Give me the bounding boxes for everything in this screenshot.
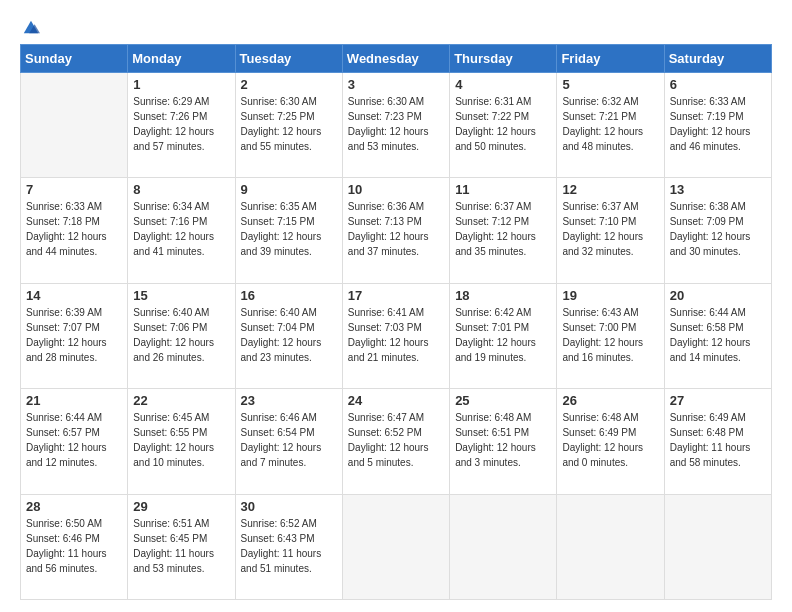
day-number: 14 bbox=[26, 288, 122, 303]
day-number: 16 bbox=[241, 288, 337, 303]
day-number: 9 bbox=[241, 182, 337, 197]
day-info: Sunrise: 6:38 AMSunset: 7:09 PMDaylight:… bbox=[670, 199, 766, 259]
header-thursday: Thursday bbox=[450, 45, 557, 73]
day-number: 3 bbox=[348, 77, 444, 92]
day-info: Sunrise: 6:30 AMSunset: 7:25 PMDaylight:… bbox=[241, 94, 337, 154]
calendar-cell: 29Sunrise: 6:51 AMSunset: 6:45 PMDayligh… bbox=[128, 494, 235, 599]
day-number: 30 bbox=[241, 499, 337, 514]
day-info: Sunrise: 6:33 AMSunset: 7:18 PMDaylight:… bbox=[26, 199, 122, 259]
day-info: Sunrise: 6:48 AMSunset: 6:49 PMDaylight:… bbox=[562, 410, 658, 470]
calendar-cell: 6Sunrise: 6:33 AMSunset: 7:19 PMDaylight… bbox=[664, 73, 771, 178]
calendar-cell: 25Sunrise: 6:48 AMSunset: 6:51 PMDayligh… bbox=[450, 389, 557, 494]
calendar-cell: 12Sunrise: 6:37 AMSunset: 7:10 PMDayligh… bbox=[557, 178, 664, 283]
day-info: Sunrise: 6:40 AMSunset: 7:06 PMDaylight:… bbox=[133, 305, 229, 365]
calendar-cell: 11Sunrise: 6:37 AMSunset: 7:12 PMDayligh… bbox=[450, 178, 557, 283]
day-info: Sunrise: 6:49 AMSunset: 6:48 PMDaylight:… bbox=[670, 410, 766, 470]
day-info: Sunrise: 6:41 AMSunset: 7:03 PMDaylight:… bbox=[348, 305, 444, 365]
calendar-cell: 9Sunrise: 6:35 AMSunset: 7:15 PMDaylight… bbox=[235, 178, 342, 283]
day-info: Sunrise: 6:31 AMSunset: 7:22 PMDaylight:… bbox=[455, 94, 551, 154]
calendar-cell: 8Sunrise: 6:34 AMSunset: 7:16 PMDaylight… bbox=[128, 178, 235, 283]
day-info: Sunrise: 6:51 AMSunset: 6:45 PMDaylight:… bbox=[133, 516, 229, 576]
calendar-cell: 5Sunrise: 6:32 AMSunset: 7:21 PMDaylight… bbox=[557, 73, 664, 178]
day-number: 26 bbox=[562, 393, 658, 408]
day-info: Sunrise: 6:37 AMSunset: 7:10 PMDaylight:… bbox=[562, 199, 658, 259]
calendar-cell: 22Sunrise: 6:45 AMSunset: 6:55 PMDayligh… bbox=[128, 389, 235, 494]
day-number: 4 bbox=[455, 77, 551, 92]
calendar-cell: 3Sunrise: 6:30 AMSunset: 7:23 PMDaylight… bbox=[342, 73, 449, 178]
calendar-cell: 21Sunrise: 6:44 AMSunset: 6:57 PMDayligh… bbox=[21, 389, 128, 494]
calendar-cell: 23Sunrise: 6:46 AMSunset: 6:54 PMDayligh… bbox=[235, 389, 342, 494]
calendar-cell: 16Sunrise: 6:40 AMSunset: 7:04 PMDayligh… bbox=[235, 283, 342, 388]
day-info: Sunrise: 6:32 AMSunset: 7:21 PMDaylight:… bbox=[562, 94, 658, 154]
day-number: 21 bbox=[26, 393, 122, 408]
day-info: Sunrise: 6:36 AMSunset: 7:13 PMDaylight:… bbox=[348, 199, 444, 259]
day-info: Sunrise: 6:45 AMSunset: 6:55 PMDaylight:… bbox=[133, 410, 229, 470]
day-number: 25 bbox=[455, 393, 551, 408]
day-info: Sunrise: 6:37 AMSunset: 7:12 PMDaylight:… bbox=[455, 199, 551, 259]
day-info: Sunrise: 6:39 AMSunset: 7:07 PMDaylight:… bbox=[26, 305, 122, 365]
day-info: Sunrise: 6:35 AMSunset: 7:15 PMDaylight:… bbox=[241, 199, 337, 259]
calendar-cell: 27Sunrise: 6:49 AMSunset: 6:48 PMDayligh… bbox=[664, 389, 771, 494]
day-info: Sunrise: 6:50 AMSunset: 6:46 PMDaylight:… bbox=[26, 516, 122, 576]
day-info: Sunrise: 6:33 AMSunset: 7:19 PMDaylight:… bbox=[670, 94, 766, 154]
calendar-cell: 18Sunrise: 6:42 AMSunset: 7:01 PMDayligh… bbox=[450, 283, 557, 388]
calendar-cell: 10Sunrise: 6:36 AMSunset: 7:13 PMDayligh… bbox=[342, 178, 449, 283]
day-number: 17 bbox=[348, 288, 444, 303]
day-number: 2 bbox=[241, 77, 337, 92]
day-number: 18 bbox=[455, 288, 551, 303]
day-number: 23 bbox=[241, 393, 337, 408]
calendar-table: SundayMondayTuesdayWednesdayThursdayFrid… bbox=[20, 44, 772, 600]
day-info: Sunrise: 6:47 AMSunset: 6:52 PMDaylight:… bbox=[348, 410, 444, 470]
day-info: Sunrise: 6:29 AMSunset: 7:26 PMDaylight:… bbox=[133, 94, 229, 154]
day-info: Sunrise: 6:48 AMSunset: 6:51 PMDaylight:… bbox=[455, 410, 551, 470]
calendar-week-3: 14Sunrise: 6:39 AMSunset: 7:07 PMDayligh… bbox=[21, 283, 772, 388]
day-number: 8 bbox=[133, 182, 229, 197]
day-number: 29 bbox=[133, 499, 229, 514]
day-number: 11 bbox=[455, 182, 551, 197]
day-number: 15 bbox=[133, 288, 229, 303]
calendar-cell bbox=[342, 494, 449, 599]
header-saturday: Saturday bbox=[664, 45, 771, 73]
calendar-cell bbox=[664, 494, 771, 599]
day-info: Sunrise: 6:43 AMSunset: 7:00 PMDaylight:… bbox=[562, 305, 658, 365]
header-monday: Monday bbox=[128, 45, 235, 73]
logo bbox=[20, 18, 40, 34]
header-tuesday: Tuesday bbox=[235, 45, 342, 73]
day-number: 1 bbox=[133, 77, 229, 92]
day-number: 6 bbox=[670, 77, 766, 92]
calendar-week-5: 28Sunrise: 6:50 AMSunset: 6:46 PMDayligh… bbox=[21, 494, 772, 599]
calendar-header-row: SundayMondayTuesdayWednesdayThursdayFrid… bbox=[21, 45, 772, 73]
day-info: Sunrise: 6:52 AMSunset: 6:43 PMDaylight:… bbox=[241, 516, 337, 576]
day-number: 24 bbox=[348, 393, 444, 408]
day-info: Sunrise: 6:44 AMSunset: 6:57 PMDaylight:… bbox=[26, 410, 122, 470]
day-info: Sunrise: 6:44 AMSunset: 6:58 PMDaylight:… bbox=[670, 305, 766, 365]
header-wednesday: Wednesday bbox=[342, 45, 449, 73]
calendar-cell: 20Sunrise: 6:44 AMSunset: 6:58 PMDayligh… bbox=[664, 283, 771, 388]
header-friday: Friday bbox=[557, 45, 664, 73]
calendar-cell: 2Sunrise: 6:30 AMSunset: 7:25 PMDaylight… bbox=[235, 73, 342, 178]
header-sunday: Sunday bbox=[21, 45, 128, 73]
calendar-cell: 19Sunrise: 6:43 AMSunset: 7:00 PMDayligh… bbox=[557, 283, 664, 388]
logo-icon bbox=[22, 18, 40, 36]
calendar-cell: 15Sunrise: 6:40 AMSunset: 7:06 PMDayligh… bbox=[128, 283, 235, 388]
day-info: Sunrise: 6:30 AMSunset: 7:23 PMDaylight:… bbox=[348, 94, 444, 154]
calendar-week-2: 7Sunrise: 6:33 AMSunset: 7:18 PMDaylight… bbox=[21, 178, 772, 283]
calendar-cell bbox=[21, 73, 128, 178]
calendar-cell: 17Sunrise: 6:41 AMSunset: 7:03 PMDayligh… bbox=[342, 283, 449, 388]
day-number: 28 bbox=[26, 499, 122, 514]
calendar-cell: 26Sunrise: 6:48 AMSunset: 6:49 PMDayligh… bbox=[557, 389, 664, 494]
calendar-cell: 30Sunrise: 6:52 AMSunset: 6:43 PMDayligh… bbox=[235, 494, 342, 599]
calendar-week-1: 1Sunrise: 6:29 AMSunset: 7:26 PMDaylight… bbox=[21, 73, 772, 178]
calendar-cell: 24Sunrise: 6:47 AMSunset: 6:52 PMDayligh… bbox=[342, 389, 449, 494]
day-number: 10 bbox=[348, 182, 444, 197]
calendar-week-4: 21Sunrise: 6:44 AMSunset: 6:57 PMDayligh… bbox=[21, 389, 772, 494]
calendar-cell: 1Sunrise: 6:29 AMSunset: 7:26 PMDaylight… bbox=[128, 73, 235, 178]
day-number: 20 bbox=[670, 288, 766, 303]
calendar-cell: 4Sunrise: 6:31 AMSunset: 7:22 PMDaylight… bbox=[450, 73, 557, 178]
day-info: Sunrise: 6:46 AMSunset: 6:54 PMDaylight:… bbox=[241, 410, 337, 470]
day-number: 5 bbox=[562, 77, 658, 92]
calendar-cell bbox=[450, 494, 557, 599]
day-info: Sunrise: 6:42 AMSunset: 7:01 PMDaylight:… bbox=[455, 305, 551, 365]
page: SundayMondayTuesdayWednesdayThursdayFrid… bbox=[0, 0, 792, 612]
day-number: 7 bbox=[26, 182, 122, 197]
